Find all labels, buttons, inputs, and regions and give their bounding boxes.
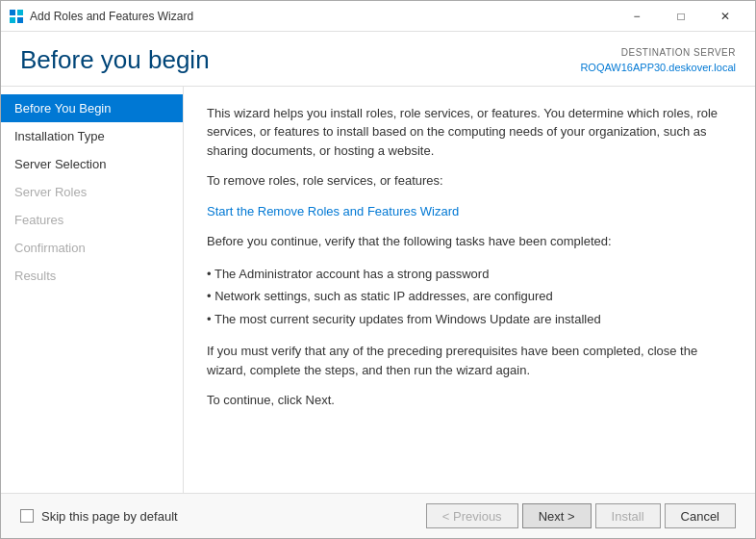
maximize-button[interactable]: □ bbox=[659, 1, 703, 32]
verify-paragraph: Before you continue, verify that the fol… bbox=[207, 232, 732, 251]
sidebar-item-before-you-begin[interactable]: Before You Begin bbox=[1, 94, 183, 122]
main-content: This wizard helps you install roles, rol… bbox=[184, 87, 755, 494]
remove-wizard-link[interactable]: Start the Remove Roles and Features Wiza… bbox=[207, 204, 459, 218]
app-icon bbox=[9, 9, 24, 24]
install-button[interactable]: Install bbox=[595, 503, 661, 528]
destination-label: DESTINATION SERVER bbox=[580, 45, 736, 60]
skip-label: Skip this page by default bbox=[41, 509, 178, 524]
previous-button[interactable]: < Previous bbox=[426, 503, 518, 528]
page-title: Before you begin bbox=[20, 45, 210, 75]
titlebar: Add Roles and Features Wizard − □ ✕ bbox=[1, 1, 755, 32]
svg-rect-0 bbox=[10, 10, 15, 15]
footer-buttons: < Previous Next > Install Cancel bbox=[426, 503, 736, 528]
sidebar-item-results: Results bbox=[1, 262, 183, 290]
sidebar-item-server-selection[interactable]: Server Selection bbox=[1, 150, 183, 178]
close-button[interactable]: ✕ bbox=[703, 1, 747, 32]
sidebar-item-features: Features bbox=[1, 206, 183, 234]
svg-rect-2 bbox=[10, 17, 15, 23]
prerequisites-list: The Administrator account has a strong p… bbox=[207, 263, 732, 331]
intro-paragraph: This wizard helps you install roles, rol… bbox=[207, 104, 732, 161]
sidebar-item-installation-type[interactable]: Installation Type bbox=[1, 122, 183, 150]
svg-rect-1 bbox=[17, 10, 23, 15]
titlebar-title: Add Roles and Features Wizard bbox=[30, 10, 615, 23]
cancel-button[interactable]: Cancel bbox=[665, 503, 736, 528]
skip-area: Skip this page by default bbox=[20, 509, 426, 524]
verify-info-paragraph: If you must verify that any of the prece… bbox=[207, 342, 732, 379]
continue-paragraph: To continue, click Next. bbox=[207, 391, 732, 410]
next-button[interactable]: Next > bbox=[522, 503, 592, 528]
destination-server: ROQAW16APP30.deskover.local bbox=[580, 60, 736, 76]
content-area: Before You Begin Installation Type Serve… bbox=[1, 87, 755, 494]
skip-checkbox[interactable] bbox=[20, 509, 34, 523]
sidebar-item-server-roles: Server Roles bbox=[1, 178, 183, 206]
wizard-window: Add Roles and Features Wizard − □ ✕ Befo… bbox=[0, 0, 756, 539]
sidebar-item-confirmation: Confirmation bbox=[1, 234, 183, 262]
destination-info: DESTINATION SERVER ROQAW16APP30.deskover… bbox=[580, 45, 736, 76]
footer: Skip this page by default < Previous Nex… bbox=[1, 493, 755, 538]
sidebar: Before You Begin Installation Type Serve… bbox=[1, 87, 184, 494]
header: Before you begin DESTINATION SERVER ROQA… bbox=[1, 32, 755, 87]
svg-rect-3 bbox=[17, 17, 23, 23]
minimize-button[interactable]: − bbox=[615, 1, 659, 32]
remove-label: To remove roles, role services, or featu… bbox=[207, 171, 732, 191]
bullet-2: Network settings, such as static IP addr… bbox=[207, 285, 732, 308]
bullet-3: The most current security updates from W… bbox=[207, 308, 732, 331]
window-controls: − □ ✕ bbox=[615, 1, 747, 32]
bullet-1: The Administrator account has a strong p… bbox=[207, 263, 732, 286]
